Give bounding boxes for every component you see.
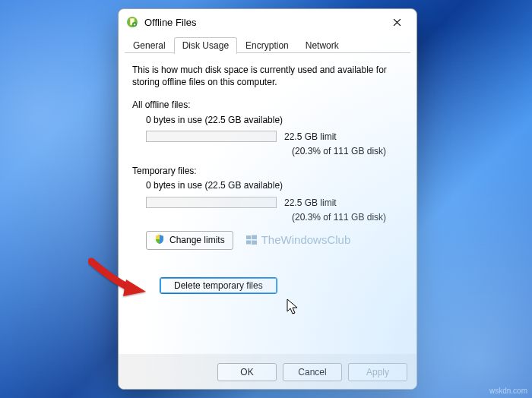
- watermark: TheWindowsClub: [245, 232, 351, 248]
- temp-files-percent: (20.3% of 111 GB disk): [132, 211, 403, 223]
- all-offline-usage: 0 bytes in use (22.5 GB available): [132, 114, 403, 126]
- tab-strip: General Disk Usage Encryption Network: [119, 35, 416, 53]
- change-limits-label: Change limits: [169, 235, 225, 245]
- close-icon: [393, 18, 401, 27]
- delete-temporary-files-label: Delete temporary files: [174, 280, 263, 291]
- temp-files-progress: [146, 197, 277, 208]
- svg-rect-3: [252, 235, 257, 240]
- svg-rect-2: [246, 235, 251, 239]
- delete-temporary-files-button[interactable]: Delete temporary files: [160, 277, 277, 294]
- all-offline-percent: (20.3% of 111 GB disk): [132, 145, 403, 157]
- windows-icon: [245, 234, 258, 246]
- cancel-button[interactable]: Cancel: [283, 363, 342, 381]
- shield-icon: [154, 234, 165, 247]
- window-title: Offline Files: [144, 17, 382, 28]
- temp-files-limit: 22.5 GB limit: [284, 197, 337, 209]
- tab-general[interactable]: General: [125, 37, 174, 53]
- source-watermark: wskdn.com: [489, 387, 527, 395]
- close-button[interactable]: [382, 11, 412, 33]
- tab-disk-usage[interactable]: Disk Usage: [174, 37, 237, 54]
- cursor-icon: [286, 298, 301, 316]
- temp-files-usage: 0 bytes in use (22.5 GB available): [132, 179, 403, 191]
- dialog-footer: OK Cancel Apply: [119, 354, 416, 389]
- all-offline-progress: [146, 131, 277, 142]
- offline-files-dialog: Offline Files General Disk Usage Encrypt…: [118, 8, 417, 390]
- ok-button[interactable]: OK: [217, 363, 277, 381]
- tab-encryption[interactable]: Encryption: [237, 37, 297, 53]
- temp-files-label: Temporary files:: [132, 165, 403, 177]
- svg-rect-4: [246, 241, 251, 245]
- disk-usage-panel: This is how much disk space is currently…: [119, 53, 416, 354]
- all-offline-limit: 22.5 GB limit: [284, 131, 337, 143]
- change-limits-button[interactable]: Change limits: [146, 231, 233, 250]
- svg-rect-5: [252, 241, 257, 245]
- intro-text: This is how much disk space is currently…: [132, 64, 403, 88]
- offline-files-icon: [126, 16, 138, 28]
- titlebar: Offline Files: [119, 9, 416, 35]
- tab-network[interactable]: Network: [297, 37, 347, 53]
- apply-button[interactable]: Apply: [348, 363, 407, 381]
- all-offline-label: All offline files:: [132, 99, 403, 111]
